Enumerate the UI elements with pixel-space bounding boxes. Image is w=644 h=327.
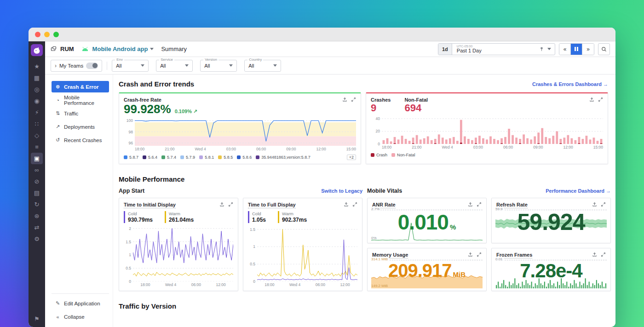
legend-item[interactable]: 5.8.7 (124, 155, 138, 160)
browser-window: ★▦◎◉⚡∷◇≡▣∞⊘▤↻⊛⇄⚙ ⚑ RUM (29, 28, 615, 327)
legend-item[interactable]: 5.6.4 (143, 155, 157, 160)
crash-free-rate-chart[interactable] (135, 117, 356, 146)
dashboards-icon[interactable]: ▦ (31, 72, 43, 84)
time-range-control[interactable]: 1d UTC-05:00 Past 1 Day (438, 43, 555, 55)
sidebar-item-label: Traffic (64, 111, 78, 116)
legend-item[interactable]: 5.7.4 (161, 155, 176, 160)
sidebar-item-recent-crashes[interactable]: ↺Recent Crashes (52, 134, 109, 146)
memory-usage-value: 209.917MiB (368, 261, 486, 280)
app-header: RUM Mobile Android app (45, 41, 615, 57)
window-minimize-button[interactable] (44, 32, 50, 37)
memory-min-label: 149.2 MiB (371, 284, 388, 288)
rum-icon[interactable]: ▣ (31, 153, 43, 164)
datadog-logo[interactable] (31, 44, 43, 56)
monitors-icon[interactable]: ◎ (31, 84, 43, 95)
legend-item[interactable]: 35.94481863,version:5.8.7 (256, 155, 310, 160)
watchdog-icon[interactable]: ◉ (31, 95, 43, 107)
pause-button[interactable] (571, 44, 582, 55)
my-teams-control: › My Teams (51, 60, 102, 72)
ttid-chart[interactable] (133, 226, 233, 281)
filter-label: Version (203, 57, 218, 62)
export-icon[interactable] (219, 202, 224, 207)
cold-start-stat: Cold 930.79ms (124, 211, 153, 223)
time-zoom-button[interactable] (598, 43, 610, 55)
window-fullscreen-button[interactable] (53, 32, 59, 37)
expand-icon[interactable] (352, 202, 357, 207)
my-teams-toggle[interactable] (86, 63, 98, 69)
filter-env[interactable]: EnvAll (112, 60, 149, 72)
export-icon[interactable] (592, 252, 597, 257)
filter-service[interactable]: ServiceAll (156, 60, 193, 72)
legend-item[interactable]: 5.8.1 (199, 155, 214, 160)
sidebar-item-mobile-performance[interactable]: ◔Mobile Performance (52, 94, 109, 106)
expand-icon[interactable] (477, 202, 482, 207)
expand-icon[interactable] (601, 202, 606, 207)
pointer-icon[interactable]: ★ (31, 61, 43, 72)
sidebar-item-deployments[interactable]: ↗Deployments (52, 121, 109, 132)
traffic-by-version-heading: Traffic by Version (119, 302, 608, 310)
notebooks-icon[interactable]: ◇ (31, 130, 43, 141)
crashes-chart[interactable] (382, 115, 603, 144)
ci-icon[interactable]: ⇄ (31, 222, 43, 233)
warm-label: Warm (282, 211, 307, 216)
switch-to-legacy-link[interactable]: Switch to Legacy (321, 188, 362, 194)
sidebar-item-collapse[interactable]: «Collapse (52, 311, 109, 322)
export-icon[interactable] (592, 202, 597, 207)
expand-icon[interactable] (228, 202, 233, 207)
teams-icon[interactable]: ∷ (31, 118, 43, 130)
traffic-icon: ⇅ (55, 110, 61, 116)
apm-icon[interactable]: ∞ (31, 164, 43, 176)
legend-item[interactable]: Crash (371, 153, 387, 157)
y-tick-label: 1 (129, 252, 131, 257)
export-icon[interactable] (589, 97, 594, 102)
chevron-right-icon[interactable]: › (55, 63, 57, 69)
legend-overflow-badge[interactable]: +2 (347, 155, 356, 160)
filter-dropdowns: EnvAllServiceAllVersionAllCountryAll (112, 60, 281, 72)
skip-forward-button[interactable]: » (582, 44, 594, 55)
x-tick-label: 06:00 (256, 147, 266, 151)
sidebar-item-edit-application[interactable]: ✎Edit Application (52, 298, 109, 309)
pin-icon[interactable] (537, 44, 546, 55)
x-tick-label: 06:00 (316, 282, 325, 287)
legend-item[interactable]: Non-Fatal (391, 153, 415, 157)
y-axis-labels: 02040 (371, 115, 382, 144)
audit-icon[interactable]: ▤ (31, 187, 43, 199)
sidebar-item-crash-error[interactable]: ⊛Crash & Error (52, 81, 109, 92)
x-axis-labels: 18:0021:00Wed 403:0006:0009:0012:0015:00 (135, 146, 356, 151)
expand-icon[interactable] (598, 97, 603, 102)
export-icon[interactable] (342, 97, 347, 102)
synthetics-icon[interactable]: ↻ (31, 199, 43, 210)
ttfd-chart[interactable] (257, 226, 357, 281)
chevron-down-icon (273, 64, 277, 67)
rum-product-icon (51, 46, 57, 52)
warm-label: Warm (169, 211, 194, 216)
expand-icon[interactable] (351, 97, 356, 102)
x-tick-label: 06:00 (191, 282, 201, 287)
legend-item[interactable]: 5.7.9 (180, 155, 195, 160)
skip-back-button[interactable]: « (559, 44, 571, 55)
crash-free-rate-value: 99.928% (124, 103, 171, 115)
window-close-button[interactable] (35, 32, 40, 37)
security-icon[interactable]: ⊘ (31, 176, 43, 187)
legend-swatch (371, 153, 374, 157)
export-icon[interactable] (468, 252, 473, 257)
time-range-caret[interactable] (546, 44, 555, 55)
time-preset-1d[interactable]: 1d (438, 44, 452, 55)
settings-icon[interactable]: ⚙ (31, 233, 43, 245)
app-selector[interactable]: Mobile Android app (92, 46, 154, 52)
expand-icon[interactable] (601, 252, 606, 257)
filter-version[interactable]: VersionAll (200, 60, 237, 72)
help-icon[interactable]: ⚑ (34, 312, 40, 327)
events-icon[interactable]: ⚡ (31, 107, 43, 118)
expand-icon[interactable] (477, 252, 482, 257)
crashes-errors-dashboard-link[interactable]: Crashes & Errors Dashboard → (532, 81, 608, 87)
legend-item[interactable]: 5.8.5 (218, 155, 233, 160)
export-icon[interactable] (344, 202, 349, 207)
error-tracking-icon[interactable]: ⊛ (31, 210, 43, 222)
logs-icon[interactable]: ≡ (31, 141, 43, 153)
filter-country[interactable]: CountryAll (244, 60, 281, 72)
export-icon[interactable] (468, 202, 473, 207)
performance-dashboard-link[interactable]: Performance Dashboard → (546, 188, 611, 194)
legend-item[interactable]: 5.8.6 (237, 155, 252, 160)
sidebar-item-traffic[interactable]: ⇅Traffic (52, 108, 109, 119)
